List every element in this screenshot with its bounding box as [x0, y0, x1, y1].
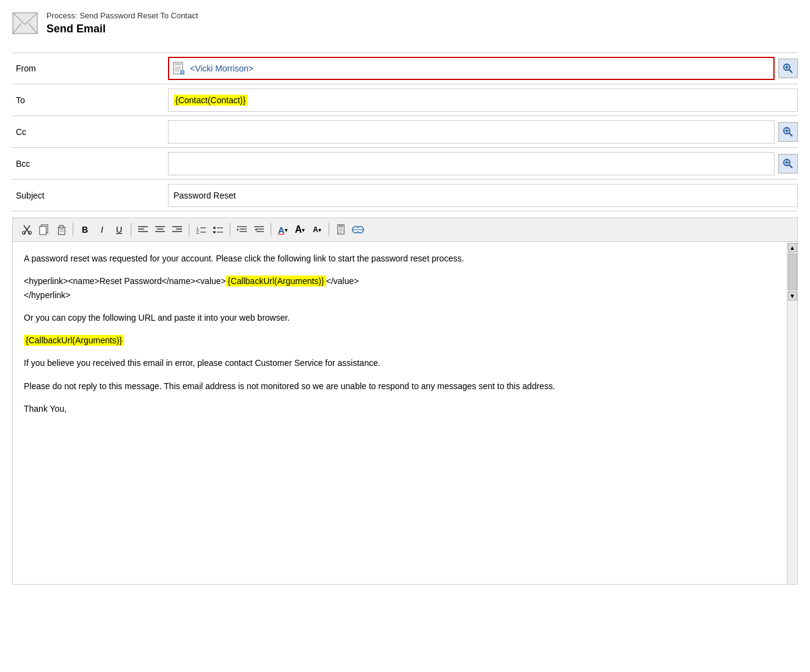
email-form-header: Process: Send Password Reset To Contact … [12, 11, 798, 35]
from-field[interactable]: <Vicki Morrison> [168, 57, 775, 80]
document-icon [173, 62, 185, 75]
svg-rect-60 [339, 225, 342, 227]
from-label: From [12, 64, 168, 73]
svg-point-49 [213, 227, 216, 229]
hyperlink-close: </hyperlink> [24, 290, 70, 300]
subject-value: Password Reset [173, 191, 236, 200]
from-row: From [12, 53, 798, 84]
font-size-decrease-button[interactable]: A ▾ [309, 222, 325, 238]
body-paragraph-6: Please do not reply to this message. Thi… [24, 379, 776, 393]
cc-input-wrapper [168, 120, 798, 144]
editor-toolbar: B I U 1.2. [13, 218, 797, 242]
from-field-inner: <Vicki Morrison> [173, 62, 770, 75]
bcc-input[interactable] [168, 152, 775, 175]
body-paragraph-5: If you believe you received this email i… [24, 356, 776, 370]
scroll-down-arrow[interactable]: ▼ [788, 291, 797, 301]
from-value: <Vicki Morrison> [190, 64, 254, 73]
italic-button[interactable]: I [94, 222, 110, 238]
svg-rect-33 [59, 225, 63, 228]
from-input-wrapper: <Vicki Morrison> [168, 57, 798, 80]
bcc-lookup-button[interactable] [778, 154, 798, 173]
email-editor: B I U 1.2. [12, 217, 798, 585]
bold-button[interactable]: B [77, 222, 93, 238]
source-button[interactable] [333, 222, 349, 238]
cc-label: Cc [12, 127, 168, 137]
bcc-label: Bcc [12, 159, 168, 169]
toolbar-separator-2 [131, 223, 131, 236]
toolbar-separator-6 [329, 223, 329, 236]
to-field[interactable]: {Contact(Contact)} [168, 89, 798, 112]
align-center-button[interactable] [152, 222, 168, 238]
toolbar-separator-3 [189, 223, 189, 236]
toolbar-separator-5 [271, 223, 271, 236]
toolbar-separator-4 [230, 223, 230, 236]
underline-button[interactable]: U [111, 222, 127, 238]
to-row: To {Contact(Contact)} [12, 84, 798, 116]
cut-button[interactable] [19, 222, 35, 238]
header-text: Process: Send Password Reset To Contact … [46, 11, 198, 35]
callback-token-2: {CallbackUrl(Arguments)} [24, 335, 124, 346]
breadcrumb: Process: Send Password Reset To Contact [46, 11, 198, 20]
svg-point-51 [213, 231, 216, 233]
paste-button[interactable] [53, 222, 69, 238]
subject-row: Subject Password Reset [12, 180, 798, 211]
cc-input[interactable] [168, 120, 775, 144]
body-paragraph-7: Thank You, [24, 402, 776, 416]
svg-rect-31 [40, 227, 46, 235]
cc-lookup-button[interactable] [778, 122, 798, 142]
font-size-increase-button[interactable]: A ▾ [292, 222, 308, 238]
hyperlink-suffix: </value> [326, 276, 359, 286]
body-paragraph-1: A password reset was requested for your … [24, 252, 776, 266]
outdent-button[interactable] [251, 222, 267, 238]
to-label: To [12, 95, 168, 105]
callback-token-1: {CallbackUrl(Arguments)} [226, 276, 326, 287]
email-body[interactable]: A password reset was requested for your … [13, 242, 787, 584]
insert-link-button[interactable] [350, 222, 366, 238]
align-left-button[interactable] [135, 222, 151, 238]
body-paragraph-4: {CallbackUrl(Arguments)} [24, 334, 776, 348]
page-title: Send Email [46, 23, 198, 35]
subject-input-wrapper: Password Reset [168, 184, 798, 207]
toolbar-separator-1 [73, 223, 73, 236]
hyperlink-prefix: <hyperlink><name>Reset Password</name><v… [24, 276, 226, 286]
copy-button[interactable] [36, 222, 52, 238]
svg-rect-4 [175, 62, 181, 65]
svg-text:2.: 2. [196, 230, 200, 234]
from-lookup-button[interactable] [778, 59, 798, 78]
body-paragraph-3: Or you can copy the following URL and pa… [24, 311, 776, 325]
align-right-button[interactable] [169, 222, 185, 238]
scroll-thumb[interactable] [788, 254, 797, 290]
cc-row: Cc [12, 116, 798, 148]
ordered-list-button[interactable]: 1.2. [193, 222, 209, 238]
bcc-input-wrapper [168, 152, 798, 175]
font-color-button[interactable]: A ▾ [275, 222, 291, 238]
subject-field[interactable]: Password Reset [168, 184, 798, 207]
email-form: From [12, 53, 798, 211]
envelope-icon [12, 12, 38, 34]
scroll-up-arrow[interactable]: ▲ [788, 243, 797, 252]
unordered-list-button[interactable] [210, 222, 226, 238]
to-input-wrapper: {Contact(Contact)} [168, 89, 798, 112]
body-paragraph-2: <hyperlink><name>Reset Password</name><v… [24, 274, 776, 302]
bcc-row: Bcc [12, 148, 798, 180]
scrollbar[interactable]: ▲ ▼ [787, 242, 797, 584]
indent-button[interactable] [234, 222, 250, 238]
editor-wrapper: A password reset was requested for your … [13, 242, 797, 584]
subject-label: Subject [12, 191, 168, 200]
to-value: {Contact(Contact)} [173, 95, 247, 106]
